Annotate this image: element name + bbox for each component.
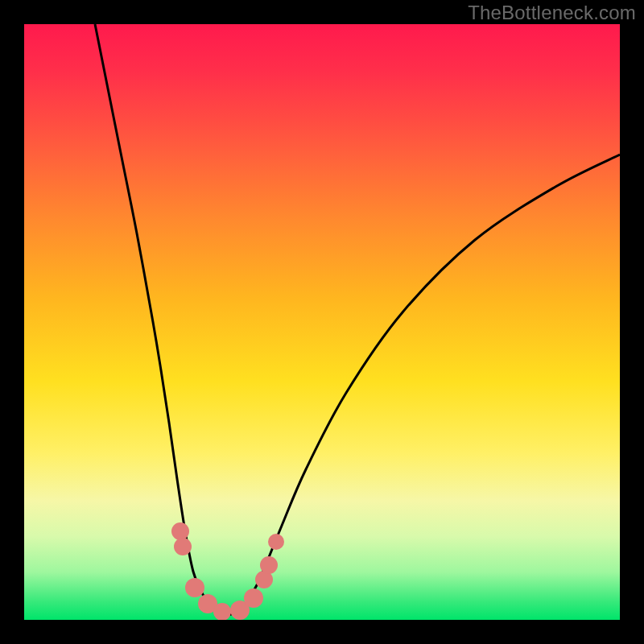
data-marker (213, 603, 231, 620)
data-marker (260, 556, 278, 574)
plot-area (24, 24, 620, 620)
data-markers (171, 522, 284, 620)
data-marker (268, 534, 284, 550)
data-marker (174, 538, 192, 555)
watermark-text: TheBottleneck.com (468, 2, 636, 24)
right-curve (225, 155, 620, 616)
data-marker (244, 588, 263, 608)
data-marker (171, 522, 189, 540)
left-curve (95, 24, 225, 616)
data-marker (185, 578, 204, 597)
chart-frame: TheBottleneck.com (0, 0, 644, 644)
chart-svg (24, 24, 620, 620)
